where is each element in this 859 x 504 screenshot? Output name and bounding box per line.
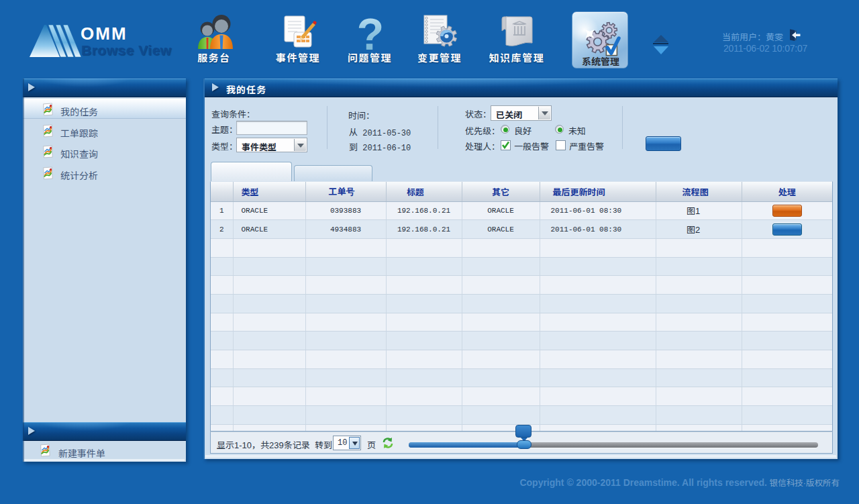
svg-text:?: ?: [357, 13, 384, 54]
